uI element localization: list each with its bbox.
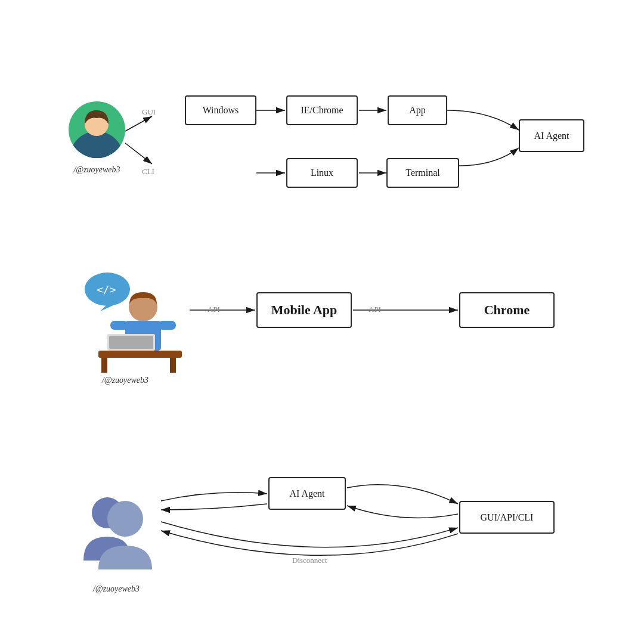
- svg-rect-22: [109, 336, 153, 349]
- watermark-3: /@zuoyeweb3: [60, 583, 173, 594]
- avatar-2: </>: [60, 262, 191, 376]
- cli-label: CLI: [142, 166, 154, 177]
- svg-rect-24: [170, 358, 176, 373]
- avatar-1: [69, 101, 125, 158]
- svg-text:</>: </>: [97, 283, 116, 296]
- svg-rect-23: [101, 358, 107, 373]
- svg-marker-14: [100, 305, 113, 311]
- terminal-box: Terminal: [386, 158, 459, 188]
- gui-label: GUI: [142, 106, 156, 117]
- svg-line-4: [125, 143, 152, 164]
- gui-api-cli-box: GUI/API/CLI: [459, 501, 555, 534]
- watermark-2: /@zuoyeweb3: [60, 374, 191, 385]
- ie-chrome-box: IE/Chrome: [286, 95, 358, 125]
- app-box: App: [388, 95, 447, 125]
- ai-agent-box-3: AI Agent: [268, 477, 346, 510]
- api-label-1: API: [208, 304, 220, 314]
- mobile-app-box: Mobile App: [256, 292, 352, 328]
- svg-rect-18: [110, 321, 128, 330]
- windows-box: Windows: [185, 95, 256, 125]
- svg-line-3: [125, 116, 152, 131]
- watermark-1: /@zuoyeweb3: [69, 164, 125, 175]
- ai-agent-box-1: AI Agent: [519, 119, 584, 152]
- disconnect-label: Disconnect: [292, 555, 327, 565]
- svg-rect-20: [98, 351, 182, 358]
- chrome-box: Chrome: [459, 292, 555, 328]
- svg-point-26: [107, 501, 143, 537]
- api-label-2: API: [369, 304, 381, 314]
- linux-box: Linux: [286, 158, 358, 188]
- svg-rect-19: [158, 321, 176, 330]
- avatar-3: [60, 471, 173, 581]
